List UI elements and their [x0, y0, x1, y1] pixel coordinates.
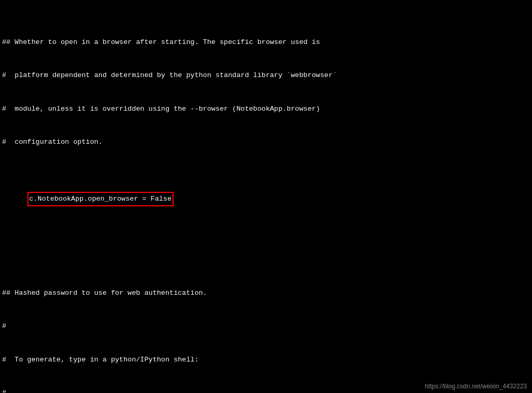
- line-9: # To generate, type in a python/IPython …: [2, 354, 530, 365]
- watermark: https://blog.csdn.net/weixin_4432223: [425, 383, 527, 390]
- line-open-browser: c.NotebookApp.open_browser = False: [2, 181, 530, 217]
- terminal-window: ## Whether to open in a browser after st…: [0, 0, 532, 393]
- line-4: # configuration option.: [2, 137, 530, 147]
- code-content: ## Whether to open in a browser after st…: [2, 3, 530, 393]
- open-browser-highlight: c.NotebookApp.open_browser = False: [27, 192, 174, 206]
- line-8: #: [2, 321, 530, 331]
- spacer-1: [2, 251, 530, 254]
- line-7: ## Hashed password to use for web authen…: [2, 288, 530, 298]
- line-3: # module, unless it is overridden using …: [2, 103, 530, 114]
- line-1: ## Whether to open in a browser after st…: [2, 37, 530, 48]
- line-2: # platform dependent and determined by t…: [2, 70, 530, 81]
